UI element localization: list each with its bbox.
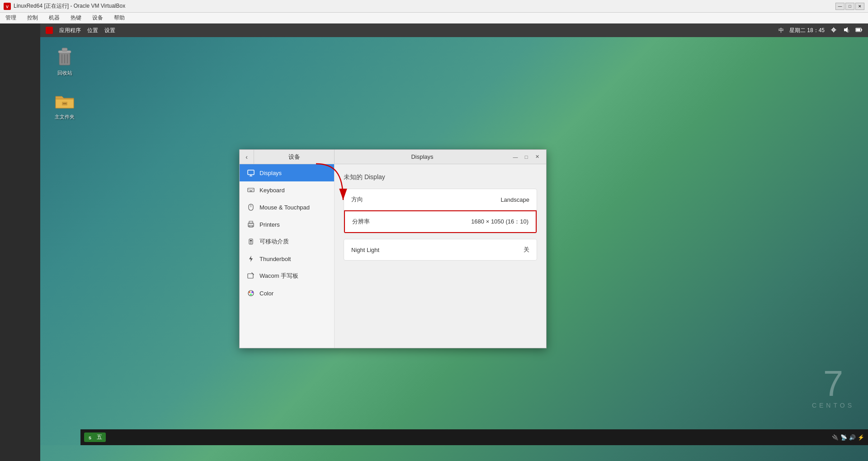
sidebar-item-removable[interactable]: 可移动介质 [240, 233, 334, 250]
guest-app-icon [46, 27, 53, 34]
svg-text:V: V [6, 5, 9, 9]
svg-rect-34 [250, 240, 252, 242]
removable-label: 可移动介质 [259, 238, 289, 246]
network-icon [830, 26, 837, 35]
guest-menu-settings[interactable]: 设置 [104, 27, 115, 34]
vbox-close-btn[interactable]: ✕ [855, 3, 864, 10]
dialog-left-title: 设备 [254, 150, 335, 164]
keyboard-label: Keyboard [259, 187, 285, 194]
settings-sidebar: Displays Keyboard [240, 164, 335, 348]
sidebar-item-color[interactable]: Color [240, 285, 334, 302]
guest-topbar-left: 应用程序 位置 设置 [46, 27, 115, 34]
dialog-titlebar: ‹ 设备 Displays — □ ✕ [240, 150, 546, 164]
guest-topbar-right: 中 星期二 18：45 ) [778, 26, 863, 35]
svg-point-33 [250, 242, 252, 244]
vbox-menu-devices[interactable]: 设备 [90, 13, 105, 23]
orientation-label: 方向 [351, 195, 363, 204]
dialog-close-btn[interactable]: ✕ [532, 152, 542, 162]
svg-rect-19 [248, 170, 254, 175]
night-light-row[interactable]: Night Light 关 [344, 239, 537, 261]
night-light-value: 关 [524, 246, 529, 254]
centos-watermark: 7 CENTOS [812, 366, 854, 409]
folder-icon-image [54, 90, 75, 112]
desktop-icons: 回收站 主文件夹 [54, 46, 75, 120]
svg-text:S: S [89, 436, 91, 440]
thunderbolt-icon [247, 255, 255, 263]
svg-point-41 [250, 294, 252, 295]
svg-point-40 [251, 291, 253, 293]
sidebar-item-thunderbolt[interactable]: Thunderbolt [240, 250, 334, 267]
guest-menu-places[interactable]: 位置 [87, 27, 98, 34]
guest-topbar: 应用程序 位置 设置 中 星期二 18：45 ) [40, 24, 868, 37]
volume-icon: ) [843, 26, 850, 35]
displays-icon [247, 169, 255, 177]
sidebar-item-mouse[interactable]: Mouse & Touchpad [240, 199, 334, 216]
resolution-value: 1680 × 1050 (16：10) [471, 218, 528, 226]
trash-label: 回收站 [57, 70, 72, 76]
home-folder-icon[interactable]: 主文件夹 [54, 90, 75, 120]
vbox-minimize-btn[interactable]: — [835, 3, 844, 10]
tray-icon-3: 🔊 [849, 434, 856, 441]
svg-text:): ) [848, 29, 849, 33]
vbox-menu-hotkey[interactable]: 热键 [69, 13, 83, 23]
settings-dialog: ‹ 设备 Displays — □ ✕ [239, 149, 547, 348]
printers-label: Printers [259, 221, 280, 228]
vbox-menubar: 管理 控制 机器 热键 设备 帮助 [0, 13, 868, 24]
vbox-sidebar [0, 24, 40, 461]
battery-icon [855, 26, 863, 35]
svg-rect-13 [62, 48, 67, 51]
displays-main: 未知的 Display 方向 Landscape 分辨率 1680 × 1050… [335, 164, 546, 348]
removable-icon [247, 238, 255, 246]
vbox-window-controls: — □ ✕ [835, 3, 864, 10]
color-label: Color [259, 290, 274, 297]
tray-icon-2: 📡 [840, 434, 847, 441]
input-method-taskbar[interactable]: S 五 [84, 432, 106, 442]
svg-rect-22 [248, 188, 254, 192]
dialog-body: Displays Keyboard [240, 164, 546, 348]
resolution-label: 分辨率 [352, 218, 370, 226]
svg-rect-10 [856, 29, 860, 31]
sidebar-item-keyboard[interactable]: Keyboard [240, 181, 334, 199]
centos-number: 7 [812, 366, 854, 402]
vbox-menu-control[interactable]: 控制 [25, 13, 40, 23]
vbox-titlebar: V LinuxRed64 [正在运行] - Oracle VM VirtualB… [0, 0, 868, 13]
vbox-menu-help[interactable]: 帮助 [112, 13, 127, 23]
dialog-maximize-btn[interactable]: □ [521, 152, 532, 162]
wacom-label: Wacom 手写板 [259, 272, 298, 280]
sidebar-item-wacom[interactable]: Wacom 手写板 [240, 267, 334, 285]
printer-icon [247, 220, 255, 228]
orientation-row[interactable]: 方向 Landscape [344, 189, 537, 210]
desktop-area: 回收站 主文件夹 7 CENTOS [40, 37, 868, 445]
vbox-menu-machine[interactable]: 机器 [47, 13, 61, 23]
vbox-title-text: LinuxRed64 [正在运行] - Oracle VM VirtualBox [14, 2, 125, 10]
guest-menu-apps[interactable]: 应用程序 [59, 27, 81, 34]
display-title: 未知的 Display [344, 173, 537, 181]
centos-label: CENTOS [812, 402, 854, 409]
svg-rect-9 [861, 29, 862, 31]
mouse-icon [247, 203, 255, 211]
mouse-label: Mouse & Touchpad [259, 204, 310, 211]
orientation-value: Landscape [500, 196, 529, 203]
dialog-window-btns: — □ ✕ [510, 152, 546, 162]
display-settings-rows: 方向 Landscape 分辨率 1680 × 1050 (16：10) [344, 189, 537, 233]
taskbar-system-tray: 🔌 📡 🔊 ⚡ [832, 434, 864, 441]
dialog-back-button[interactable]: ‹ [240, 150, 254, 164]
vbox-maximize-btn[interactable]: □ [845, 3, 854, 10]
sidebar-item-displays[interactable]: Displays [240, 164, 334, 181]
taskbar-right: 🔌 📡 🔊 ⚡ [832, 434, 864, 441]
svg-point-39 [249, 291, 250, 293]
vbox-icon: V [4, 3, 11, 10]
trash-icon[interactable]: 回收站 [54, 46, 75, 76]
resolution-row[interactable]: 分辨率 1680 × 1050 (16：10) [344, 210, 537, 233]
tray-icon-1: 🔌 [832, 434, 839, 441]
displays-label: Displays [259, 170, 282, 176]
vbox-menu-manage[interactable]: 管理 [4, 13, 18, 23]
vbox-title-left: V LinuxRed64 [正在运行] - Oracle VM VirtualB… [4, 2, 125, 10]
sidebar-item-printers[interactable]: Printers [240, 216, 334, 233]
input-method-label: 五 [97, 433, 102, 441]
input-method-indicator: 中 [778, 27, 784, 34]
wacom-icon [247, 272, 255, 280]
color-icon [247, 289, 255, 297]
dialog-minimize-btn[interactable]: — [510, 152, 521, 162]
system-clock: 星期二 18：45 [789, 27, 825, 34]
